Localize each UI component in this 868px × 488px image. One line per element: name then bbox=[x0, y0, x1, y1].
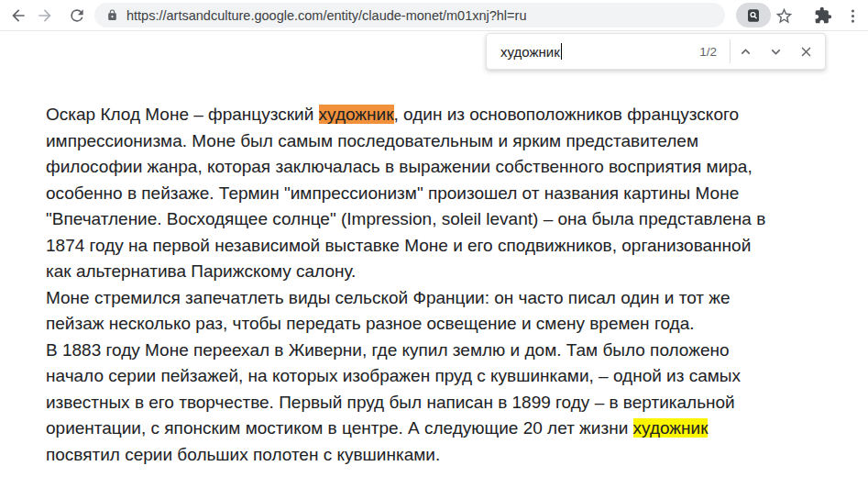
refresh-button[interactable] bbox=[65, 4, 89, 28]
find-query-text: художник bbox=[500, 44, 560, 60]
extensions-button[interactable] bbox=[811, 4, 835, 28]
padlock-icon[interactable] bbox=[106, 9, 118, 21]
text-cursor bbox=[561, 43, 562, 60]
back-button[interactable] bbox=[6, 4, 30, 28]
find-in-page-bar: художник 1/2 bbox=[486, 33, 826, 70]
text-segment: Оскар Клод Моне – французский bbox=[46, 105, 319, 124]
extensions-puzzle-icon bbox=[814, 6, 832, 25]
browser-toolbar: https://artsandculture.google.com/entity… bbox=[0, 0, 868, 31]
text-segment: Моне стремился запечатлеть виды сельской… bbox=[46, 288, 741, 438]
close-x-icon bbox=[798, 44, 814, 60]
three-dot-menu-icon bbox=[844, 7, 862, 25]
chevron-down-icon bbox=[767, 43, 785, 61]
find-match-active: художник bbox=[319, 105, 394, 124]
find-previous-button[interactable] bbox=[731, 37, 761, 67]
match-counter: 1/2 bbox=[699, 45, 717, 59]
forward-arrow-icon bbox=[36, 6, 54, 25]
address-bar[interactable]: https://artsandculture.google.com/entity… bbox=[94, 3, 725, 28]
back-arrow-icon bbox=[9, 6, 27, 25]
find-match: художник bbox=[633, 418, 709, 438]
paragraph: Оскар Клод Моне – французский художник, … bbox=[46, 102, 834, 285]
find-input[interactable]: художник bbox=[500, 43, 699, 60]
paragraph: Моне стремился запечатлеть виды сельской… bbox=[46, 285, 834, 469]
bookmark-button[interactable] bbox=[772, 4, 796, 28]
search-in-page-button[interactable] bbox=[736, 3, 771, 28]
find-next-button[interactable] bbox=[761, 37, 791, 67]
text-segment: , один из основоположников французского … bbox=[46, 105, 765, 281]
text-segment: посвятил серии больших полотен с кувшинк… bbox=[46, 445, 440, 464]
search-in-page-icon bbox=[745, 7, 762, 24]
url-text[interactable]: https://artsandculture.google.com/entity… bbox=[126, 8, 526, 23]
refresh-icon bbox=[68, 6, 86, 25]
chevron-up-icon bbox=[737, 43, 754, 61]
forward-button[interactable] bbox=[33, 4, 57, 28]
browser-menu-button[interactable] bbox=[841, 4, 864, 28]
article-text: Оскар Клод Моне – французский художник, … bbox=[0, 31, 868, 468]
bookmark-star-icon bbox=[775, 6, 794, 26]
find-close-button[interactable] bbox=[791, 37, 821, 67]
